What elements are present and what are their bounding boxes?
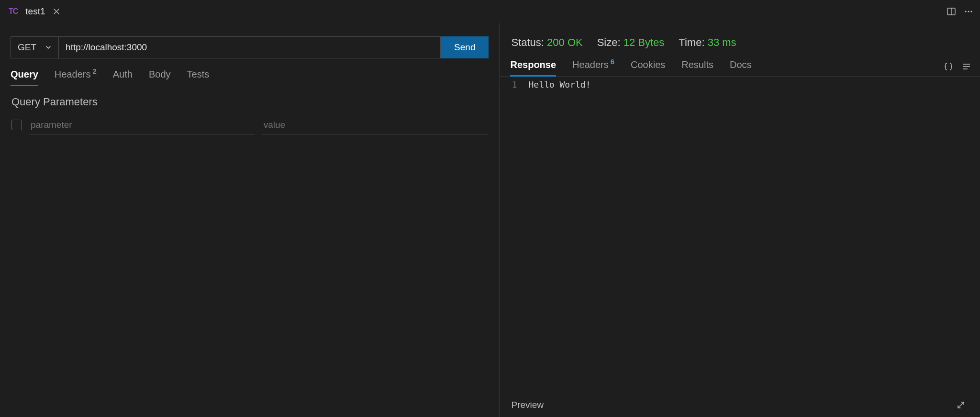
tab-label: Docs (730, 59, 752, 70)
response-tabs: Response Headers6 Cookies Results Docs (500, 49, 944, 76)
editor-tabbar: TC test1 (0, 0, 980, 23)
tab-label: Response (510, 59, 556, 70)
braces-icon[interactable] (944, 62, 953, 71)
http-method-label: GET (18, 42, 36, 53)
request-tabs: Query Headers2 Auth Body Tests (0, 58, 499, 86)
tab-title: test1 (25, 6, 45, 17)
tab-label: Results (681, 59, 713, 70)
param-value-input[interactable] (262, 116, 488, 135)
tab-label: Body (149, 69, 171, 79)
size-label: Size: (597, 36, 621, 48)
time-label: Time: (679, 36, 704, 48)
thunder-client-icon: TC (9, 7, 18, 16)
tab-label: Cookies (631, 59, 665, 70)
tab-label: Auth (113, 69, 133, 79)
response-info: Status: 200 OK Size: 12 Bytes Time: 33 m… (500, 23, 980, 49)
tab-label: Headers (55, 69, 91, 79)
tab-response-headers[interactable]: Headers6 (572, 57, 614, 76)
line-number: 1 (508, 79, 517, 90)
response-panel: Status: 200 OK Size: 12 Bytes Time: 33 m… (500, 23, 980, 417)
expand-icon[interactable] (956, 400, 969, 410)
svg-point-3 (968, 11, 969, 12)
tab-label: Query (11, 69, 38, 79)
time-value: 33 ms (708, 36, 736, 48)
tab-badge: 2 (92, 67, 96, 75)
tab-body[interactable]: Body (149, 69, 171, 86)
tab-badge: 6 (611, 57, 614, 66)
editor-tab[interactable]: TC test1 (0, 0, 68, 23)
tab-auth[interactable]: Auth (113, 69, 133, 86)
tab-label: Tests (187, 69, 210, 79)
split-editor-icon[interactable] (947, 7, 956, 16)
tab-query[interactable]: Query (11, 69, 38, 86)
close-icon[interactable] (53, 8, 60, 15)
tab-results[interactable]: Results (681, 59, 713, 76)
svg-point-4 (970, 11, 972, 12)
size-value: 12 Bytes (624, 36, 665, 48)
tab-cookies[interactable]: Cookies (631, 59, 665, 76)
more-icon[interactable] (964, 7, 973, 16)
chevron-down-icon (45, 44, 52, 51)
tab-headers[interactable]: Headers2 (55, 67, 97, 86)
tab-docs[interactable]: Docs (730, 59, 752, 76)
response-text: Hello World! (528, 79, 590, 90)
word-wrap-icon[interactable] (962, 62, 971, 71)
tab-tests[interactable]: Tests (187, 69, 210, 86)
query-parameters-heading: Query Parameters (0, 86, 499, 114)
tab-response[interactable]: Response (510, 59, 556, 76)
param-checkbox[interactable] (11, 120, 22, 130)
send-button[interactable]: Send (441, 36, 489, 58)
status-value: 200 OK (547, 36, 583, 48)
svg-point-2 (965, 11, 966, 12)
tab-label: Headers (572, 59, 609, 70)
query-param-row (0, 114, 499, 136)
http-method-select[interactable]: GET (11, 36, 59, 58)
status-label: Status: (511, 36, 544, 48)
request-panel: GET Send Query Headers2 Auth (0, 23, 500, 417)
response-body[interactable]: 1 Hello World! (500, 77, 980, 395)
preview-label[interactable]: Preview (511, 400, 544, 410)
url-input[interactable] (59, 36, 441, 58)
param-name-input[interactable] (29, 116, 255, 135)
